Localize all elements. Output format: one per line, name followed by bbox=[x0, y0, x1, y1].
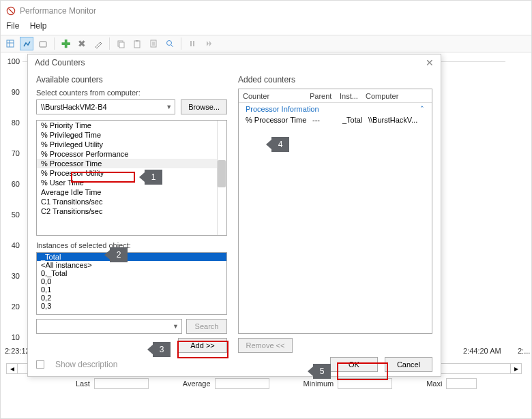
remove-button[interactable]: Remove << bbox=[238, 338, 293, 353]
status-minimum-value bbox=[338, 378, 392, 389]
close-icon[interactable]: ✕ bbox=[426, 57, 434, 68]
chevron-down-icon: ▼ bbox=[173, 323, 179, 330]
status-average-label: Average bbox=[183, 379, 211, 388]
instance-total[interactable]: _Total bbox=[37, 253, 226, 261]
search-button[interactable]: Search bbox=[186, 319, 227, 334]
list-item[interactable]: % Privileged Time bbox=[37, 130, 217, 140]
list-item[interactable]: % Privileged Utility bbox=[37, 140, 217, 149]
scroll-left-icon[interactable]: ◂ bbox=[7, 364, 18, 373]
status-average-value bbox=[215, 378, 269, 389]
dialog-footer: Show description OK Cancel bbox=[28, 353, 441, 376]
dialog-titlebar: Add Counters ✕ bbox=[28, 55, 441, 71]
added-counters-label: Added counters bbox=[238, 75, 432, 84]
cell-computer: \\BurstHackV... bbox=[368, 116, 432, 124]
list-item[interactable]: % User Time bbox=[37, 178, 217, 187]
show-description-label: Show description bbox=[55, 360, 117, 369]
cell-counter: % Processor Time bbox=[246, 116, 312, 124]
y-tick: 30 bbox=[12, 272, 20, 280]
list-item[interactable]: C2 Transitions/sec bbox=[37, 206, 217, 216]
scroll-right-icon[interactable]: ▸ bbox=[510, 364, 521, 373]
svg-rect-4 bbox=[119, 42, 124, 48]
y-tick: 50 bbox=[12, 211, 20, 219]
app-title: Performance Monitor bbox=[20, 6, 96, 16]
menu-help[interactable]: Help bbox=[30, 21, 47, 31]
copy-icon[interactable] bbox=[114, 37, 128, 50]
cancel-button[interactable]: Cancel bbox=[385, 357, 432, 372]
x-tick: 2:44:20 AM bbox=[463, 347, 501, 355]
titlebar: Performance Monitor bbox=[1, 1, 531, 21]
add-button[interactable]: Add >> bbox=[178, 338, 227, 353]
column-instance[interactable]: Inst... bbox=[336, 91, 361, 102]
instance-item[interactable]: 0,_Total bbox=[37, 269, 226, 277]
column-computer[interactable]: Computer bbox=[361, 91, 432, 102]
toolbar-separator bbox=[181, 37, 181, 50]
svg-rect-1 bbox=[7, 40, 14, 47]
y-axis: 100 90 80 70 60 50 40 30 20 10 bbox=[1, 52, 23, 376]
view-icon[interactable] bbox=[3, 37, 17, 50]
counters-listbox[interactable]: % Priority Time % Privileged Time % Priv… bbox=[36, 120, 227, 236]
computer-combo[interactable]: \\BurstHackVM2-B4 ▼ bbox=[36, 99, 175, 114]
toolbar: ✚ ✖ bbox=[1, 35, 531, 52]
ok-button[interactable]: OK bbox=[330, 357, 378, 372]
table-row[interactable]: % Processor Time --- _Total \\BurstHackV… bbox=[239, 114, 432, 126]
app-icon bbox=[6, 6, 16, 16]
add-icon[interactable]: ✚ bbox=[59, 37, 72, 50]
added-counters-table: Counter Parent Inst... Computer Processo… bbox=[238, 89, 432, 334]
svg-rect-10 bbox=[193, 41, 194, 46]
cell-parent: --- bbox=[312, 116, 342, 124]
app-window: Performance Monitor File Help ✚ ✖ 100 90… bbox=[0, 0, 532, 419]
callout-1: 1 bbox=[145, 170, 162, 185]
column-counter[interactable]: Counter bbox=[239, 91, 306, 102]
x-end: 2:... bbox=[518, 347, 530, 355]
chart-type-icon[interactable] bbox=[20, 37, 33, 50]
highlight-icon[interactable] bbox=[91, 37, 105, 50]
computer-combo-value: \\BurstHackVM2-B4 bbox=[41, 103, 107, 111]
y-tick: 20 bbox=[12, 302, 20, 311]
instance-item[interactable]: <All instances> bbox=[37, 261, 226, 269]
callout-4: 4 bbox=[271, 137, 289, 152]
status-minimum-label: Minimum bbox=[304, 379, 334, 388]
y-tick: 80 bbox=[12, 119, 20, 127]
group-label: Processor Information bbox=[246, 105, 319, 113]
list-item[interactable]: C1 Transitions/sec bbox=[37, 197, 217, 206]
search-input[interactable]: ▼ bbox=[36, 319, 182, 334]
zoom-icon[interactable] bbox=[163, 37, 177, 50]
pause-icon[interactable] bbox=[186, 37, 199, 50]
callout-3: 3 bbox=[153, 342, 171, 357]
browse-button[interactable]: Browse... bbox=[181, 99, 227, 114]
instances-label: Instances of selected object: bbox=[36, 241, 227, 249]
group-processor-information[interactable]: Processor Information ⌃ bbox=[239, 103, 432, 114]
svg-point-8 bbox=[167, 41, 172, 46]
list-item-processor-time[interactable]: % Processor Time bbox=[37, 159, 217, 168]
callout-5: 5 bbox=[313, 364, 331, 379]
show-description-checkbox[interactable] bbox=[36, 360, 44, 369]
y-tick: 40 bbox=[12, 241, 20, 249]
instance-item[interactable]: 0,0 bbox=[37, 277, 226, 285]
status-last-value bbox=[94, 378, 149, 389]
properties-icon[interactable] bbox=[147, 37, 160, 50]
available-counters-pane: Available counters Select counters from … bbox=[36, 75, 227, 353]
instances-listbox[interactable]: _Total <All instances> 0,_Total 0,0 0,1 … bbox=[36, 252, 227, 315]
browse-icon[interactable] bbox=[36, 37, 50, 50]
callout-2: 2 bbox=[110, 247, 128, 262]
column-parent[interactable]: Parent bbox=[306, 91, 336, 102]
select-from-label: Select counters from computer: bbox=[36, 89, 227, 97]
paste-icon[interactable] bbox=[130, 37, 144, 50]
counters-scrollbar[interactable] bbox=[217, 121, 226, 235]
status-last-label: Last bbox=[76, 379, 90, 388]
list-item[interactable]: Average Idle Time bbox=[37, 187, 217, 197]
instance-item[interactable]: 0,1 bbox=[37, 285, 226, 294]
play-icon[interactable] bbox=[202, 37, 216, 50]
list-item[interactable]: % Processor Performance bbox=[37, 149, 217, 159]
menu-file[interactable]: File bbox=[6, 21, 19, 31]
list-item[interactable]: % Priority Time bbox=[37, 121, 217, 130]
toolbar-separator bbox=[109, 37, 110, 50]
instance-item[interactable]: 0,3 bbox=[37, 302, 226, 310]
scrollbar-thumb[interactable] bbox=[218, 160, 226, 187]
instance-item[interactable]: 0,2 bbox=[37, 294, 226, 302]
delete-icon[interactable]: ✖ bbox=[75, 37, 89, 50]
svg-rect-6 bbox=[136, 40, 138, 42]
dialog-title: Add Counters bbox=[35, 58, 85, 67]
list-item[interactable]: % Processor Utility bbox=[37, 168, 217, 178]
y-tick: 60 bbox=[12, 180, 20, 188]
